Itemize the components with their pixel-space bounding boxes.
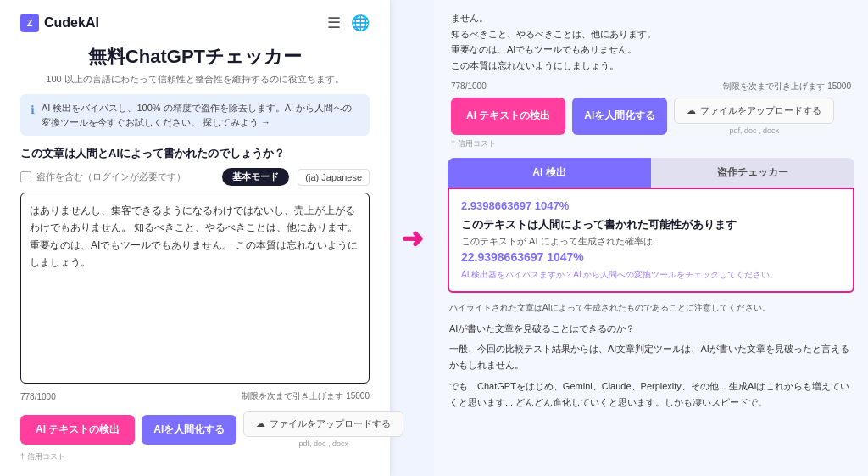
- counter-row: 778/1000 制限を次まで引き上げます 15000: [20, 390, 370, 402]
- cost-note-left: † 信用コスト: [20, 451, 370, 462]
- page-title: 無料ChatGPTチェッカー: [20, 44, 370, 70]
- right-upload-button[interactable]: ☁ ファイルをアップロードする: [674, 98, 834, 124]
- result-percent-small: 2.9398663697 1047%: [461, 199, 841, 212]
- header: Z CudekAI ☰ 🌐: [20, 14, 370, 32]
- right-char-counter: 778/1000: [451, 81, 487, 91]
- limit-label: 制限を次まで引き上げます 15000: [242, 390, 370, 402]
- logo-icon: Z: [20, 14, 39, 32]
- banner-text: AI 検出をバイパスし、100% の精度で盗作を除去します。AI から人間への変…: [42, 101, 359, 129]
- result-cta[interactable]: AI 検出器をバイパスますか？AI から人間への変換ツールをチェックしてください…: [461, 269, 841, 281]
- detect-button[interactable]: AI テキストの検出: [20, 415, 135, 445]
- actions-row: AI テキストの検出 AIを人間化する ☁ ファイルをアップロードする pdf,…: [20, 411, 370, 448]
- logo-text: CudekAI: [44, 15, 99, 31]
- upload-icon: ☁: [256, 418, 265, 429]
- menu-icon[interactable]: ☰: [327, 14, 341, 32]
- result-sub: このテキストが AI によって生成された確率は: [461, 235, 841, 248]
- result-title: このテキストは人間によって書かれた可能性があります: [461, 217, 841, 232]
- logo: Z CudekAI: [20, 14, 99, 32]
- left-panel: Z CudekAI ☰ 🌐 無料ChatGPTチェッカー 100 以上の言語にわ…: [0, 0, 390, 476]
- textarea-wrapper[interactable]: はありませんし、集客できるようになるわけではないし、売上が上がるわけでもありませ…: [20, 193, 370, 384]
- page-subtitle: 100 以上の言語にわたって信頼性と整合性を維持するのに役立ちます。: [20, 73, 370, 86]
- right-counter-row: 778/1000 制限を次まで引き上げます 15000: [448, 81, 854, 92]
- article-text: AIが書いた文章を見破ることはできるのか？ 一般、今回の比較テスト結果からは、A…: [448, 321, 854, 415]
- tabs-bar: AI 検出 盗作チェッカー: [448, 158, 854, 188]
- right-line-1: ません。: [451, 10, 851, 26]
- article-para-3: でも、ChatGPTをはじめ、Gemini、Claude、Perplexity、…: [449, 378, 853, 410]
- right-upload-label: ファイルをアップロードする: [700, 104, 821, 117]
- right-line-3: 重要なのは、AIでもツールでもありません。: [451, 42, 851, 58]
- right-limit-label: 制限を次まで引き上げます 15000: [723, 81, 851, 92]
- char-counter: 778/1000: [20, 392, 56, 401]
- right-top-text: ません。 知るべきこと、やるべきことは、他にあります。 重要なのは、AIでもツー…: [448, 10, 854, 74]
- checkbox-text: 盗作を含む（ログインが必要です）: [36, 171, 186, 183]
- result-box: 2.9398663697 1047% このテキストは人間によって書かれた可能性が…: [448, 188, 854, 293]
- right-upload-formats: pdf, doc , docx: [730, 126, 780, 135]
- arrow-icon: ➜: [401, 222, 424, 255]
- article-para-1: AIが書いた文章を見破ることはできるのか？: [449, 321, 853, 337]
- section-label: この文章は人間とAIによって書かれたのでしょうか？: [20, 146, 370, 161]
- right-humanize-button[interactable]: AIを人間化する: [572, 98, 667, 135]
- right-actions-row: AI テキストの検出 AIを人間化する ☁ ファイルをアップロードする pdf,…: [448, 98, 854, 135]
- highlight-note: ハイライトされた文章はAIによって生成されたものであることに注意してください。: [448, 301, 854, 314]
- arrow-section: ➜: [390, 0, 434, 476]
- cost-note-right: † 信用コスト: [448, 138, 854, 149]
- language-select[interactable]: (ja) Japanese: [298, 169, 370, 186]
- info-banner: ℹ AI 検出をバイパスし、100% の精度で盗作を除去します。AI から人間へ…: [20, 94, 370, 136]
- result-percent-large: 22.9398663697 1047%: [461, 250, 841, 264]
- header-icons: ☰ 🌐: [327, 14, 370, 32]
- tab-ai-detection[interactable]: AI 検出: [448, 158, 651, 188]
- checkbox-label[interactable]: 盗作を含む（ログインが必要です）: [20, 171, 186, 183]
- mode-badge: 基本モード: [222, 168, 289, 186]
- textarea-content: はありませんし、集客できるようになるわけではないし、売上が上がるわけでもありませ…: [30, 202, 360, 272]
- options-row: 盗作を含む（ログインが必要です） 基本モード (ja) Japanese: [20, 168, 370, 186]
- right-line-4: この本質は忘れないようにしましょう。: [451, 58, 851, 74]
- right-line-2: 知るべきこと、やるべきことは、他にあります。: [451, 26, 851, 42]
- article-para-2: 一般、今回の比較テスト結果からは、AI文章判定ツールは、AIが書いた文章を見破っ…: [449, 341, 853, 372]
- checkbox[interactable]: [20, 171, 31, 182]
- info-icon: ℹ: [31, 102, 35, 119]
- upload-button[interactable]: ☁ ファイルをアップロードする: [243, 411, 403, 437]
- right-panel: ません。 知るべきこと、やるべきことは、他にあります。 重要なのは、AIでもツー…: [434, 0, 868, 476]
- humanize-button[interactable]: AIを人間化する: [142, 415, 236, 445]
- right-upload-icon: ☁: [687, 105, 696, 116]
- globe-icon[interactable]: 🌐: [351, 14, 370, 32]
- right-detect-button[interactable]: AI テキストの検出: [451, 98, 565, 135]
- tab-plagiarism[interactable]: 盗作チェッカー: [651, 158, 854, 188]
- upload-formats: pdf, doc , docx: [299, 440, 349, 448]
- upload-label: ファイルをアップロードする: [270, 417, 391, 430]
